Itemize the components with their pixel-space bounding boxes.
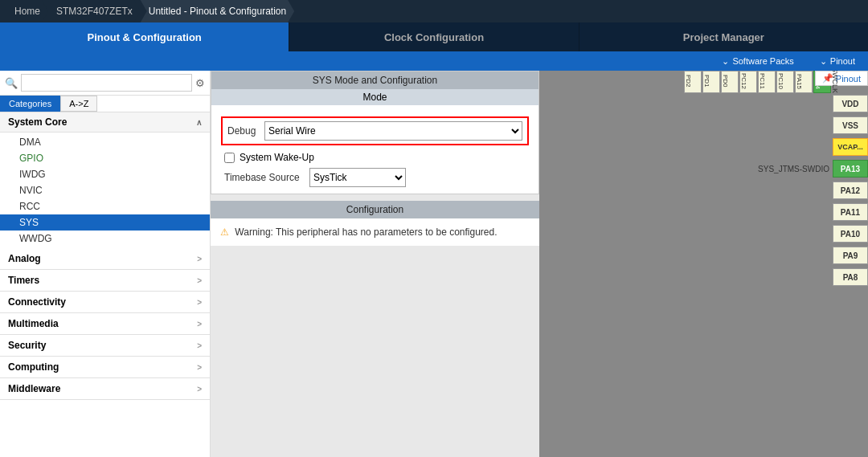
timebase-row: Timebase Source SysTick TIM1 TIM2 — [221, 168, 529, 187]
breadcrumb-current[interactable]: Untitled - Pinout & Configuration — [141, 0, 294, 22]
debug-select[interactable]: Serial Wire No Debug JTAG (5 pins) JTAG … — [264, 121, 522, 141]
content-area: 🔍 ⚙ Categories A->Z System Core ∧ DMA — [0, 71, 868, 457]
pin-row-pa11: PA11 — [758, 202, 868, 222]
pin-pa13[interactable]: PA13 — [833, 160, 868, 177]
sidebar-section-computing[interactable]: Computing > — [0, 357, 210, 378]
pin-pc11[interactable]: PC11 — [758, 71, 776, 93]
sidebar-list: System Core ∧ DMA GPIO IWDG NVIC RCC — [0, 112, 210, 457]
pinout-tab[interactable]: 📌 Pinout — [815, 71, 868, 86]
tab-clock-configuration[interactable]: Clock Configuration — [289, 22, 579, 51]
sidebar-section-connectivity[interactable]: Connectivity > — [0, 292, 210, 313]
middleware-chevron: > — [197, 385, 202, 394]
tab-project-manager[interactable]: Project Manager — [579, 22, 868, 51]
breadcrumb-device[interactable]: STM32F407ZETx — [48, 0, 141, 22]
pin-row-pa10: PA10 — [758, 223, 868, 244]
main-tab-bar: Pinout & Configuration Clock Configurati… — [0, 22, 868, 51]
pin-pa8[interactable]: PA8 — [833, 268, 868, 286]
system-wakeup-label: System Wake-Up — [240, 152, 314, 163]
right-chip-panel: SYS_JTCK-SWCLK PD2 PD1 PD0 PC12 PC11 PC1… — [539, 71, 868, 457]
debug-row: Debug Serial Wire No Debug JTAG (5 pins)… — [221, 116, 529, 145]
security-chevron: > — [197, 341, 202, 350]
pin-row-pa9: PA9 — [758, 245, 868, 266]
pin-vss[interactable]: VSS — [833, 116, 868, 134]
timers-chevron: > — [197, 276, 202, 285]
right-side-pins: VDD VSS VCAP... SYS_JTMS-SWDIO PA13 PA12… — [758, 93, 868, 288]
pin-pa15[interactable]: PA15 — [795, 71, 813, 93]
config-section-title: Configuration — [211, 201, 539, 218]
config-panel-title: SYS Mode and Configuration — [211, 71, 538, 89]
sidebar-item-nvic[interactable]: NVIC — [0, 182, 210, 198]
warning-box: ⚠ Warning: This peripheral has no parame… — [211, 218, 539, 246]
pin-vdd[interactable]: VDD — [833, 95, 868, 112]
pin-vcap[interactable]: VCAP... — [833, 138, 868, 156]
sidebar-item-wwdg[interactable]: WWDG — [0, 231, 210, 247]
system-core-items: DMA GPIO IWDG NVIC RCC — [0, 133, 210, 248]
sys-jtck-label: SYS_JTCK-SWCLK — [831, 71, 839, 93]
pin-row-vss: VSS — [758, 115, 868, 136]
sidebar-item-iwdg[interactable]: IWDG — [0, 166, 210, 182]
system-core-header[interactable]: System Core ∧ — [0, 112, 210, 133]
breadcrumb-home[interactable]: Home — [6, 0, 48, 22]
mode-section-title: Mode — [211, 89, 538, 105]
sidebar-item-sys[interactable]: SYS — [0, 214, 210, 231]
sidebar-section-timers[interactable]: Timers > — [0, 270, 210, 292]
sub-toolbar: ⌄ Software Packs ⌄ Pinout — [0, 51, 868, 71]
pin-row-pa12: PA12 — [758, 180, 868, 201]
pin-pc12[interactable]: PC12 — [739, 71, 757, 93]
timebase-label: Timebase Source — [224, 172, 305, 183]
system-wakeup-checkbox[interactable] — [224, 153, 235, 163]
multimedia-chevron: > — [197, 320, 202, 328]
tab-az[interactable]: A->Z — [60, 96, 97, 112]
left-sidebar: 🔍 ⚙ Categories A->Z System Core ∧ DMA — [0, 71, 211, 457]
pin-row-vdd: VDD — [758, 93, 868, 114]
software-packs-item[interactable]: ⌄ Software Packs — [722, 56, 793, 67]
sidebar-section-middleware[interactable]: Middleware > — [0, 378, 210, 400]
breadcrumb-bar: Home STM32F407ZETx Untitled - Pinout & C… — [0, 0, 868, 22]
center-panel: SYS Mode and Configuration Mode Debug Se… — [211, 71, 539, 457]
system-wakeup-row: System Wake-Up — [221, 152, 529, 163]
pin-pa12[interactable]: PA12 — [833, 182, 868, 199]
search-bar: 🔍 ⚙ — [0, 71, 210, 96]
pin-row-vcap: VCAP... — [758, 137, 868, 157]
pin-pa9[interactable]: PA9 — [833, 247, 868, 264]
sidebar-section-multimedia[interactable]: Multimedia > — [0, 313, 210, 335]
mode-content: Debug Serial Wire No Debug JTAG (5 pins)… — [211, 110, 538, 194]
timebase-select[interactable]: SysTick TIM1 TIM2 — [309, 168, 406, 187]
warning-icon: ⚠ — [220, 226, 229, 238]
tab-categories[interactable]: Categories — [0, 96, 60, 112]
pin-row-pa13: SYS_JTMS-SWDIO PA13 — [758, 158, 868, 179]
search-icon[interactable]: 🔍 — [5, 77, 18, 89]
computing-chevron: > — [197, 363, 202, 372]
sidebar-section-security[interactable]: Security > — [0, 335, 210, 357]
pin-pd1[interactable]: PD1 — [702, 71, 720, 93]
sidebar-section-analog[interactable]: Analog > — [0, 248, 210, 270]
system-core-chevron: ∧ — [196, 118, 202, 127]
search-input[interactable] — [21, 74, 192, 92]
sys-config-panel: SYS Mode and Configuration Mode Debug Se… — [211, 71, 539, 194]
analog-chevron: > — [197, 255, 202, 263]
connectivity-chevron: > — [197, 298, 202, 307]
debug-label: Debug — [227, 125, 260, 137]
pin-row-pa8: PA8 — [758, 267, 868, 288]
pinout-item[interactable]: ⌄ Pinout — [820, 56, 855, 67]
sidebar-tab-row: Categories A->Z — [0, 96, 210, 112]
pin-pa10[interactable]: PA10 — [833, 225, 868, 243]
pin-pd2[interactable]: PD2 — [684, 71, 702, 93]
sidebar-item-dma[interactable]: DMA — [0, 134, 210, 150]
pin-pc10[interactable]: PC10 — [776, 71, 794, 93]
gear-icon[interactable]: ⚙ — [195, 77, 205, 89]
horizontal-pins: PD2 PD1 PD0 PC12 PC11 PC10 PA15 PA14 — [684, 71, 831, 93]
pin-pd0[interactable]: PD0 — [721, 71, 739, 93]
configuration-section: Configuration ⚠ Warning: This peripheral… — [211, 201, 539, 246]
tab-pinout-configuration[interactable]: Pinout & Configuration — [0, 22, 289, 51]
sidebar-item-gpio[interactable]: GPIO — [0, 150, 210, 166]
pa13-label: SYS_JTMS-SWDIO — [758, 165, 829, 173]
sidebar-item-rcc[interactable]: RCC — [0, 198, 210, 214]
pin-pa11[interactable]: PA11 — [833, 203, 868, 221]
